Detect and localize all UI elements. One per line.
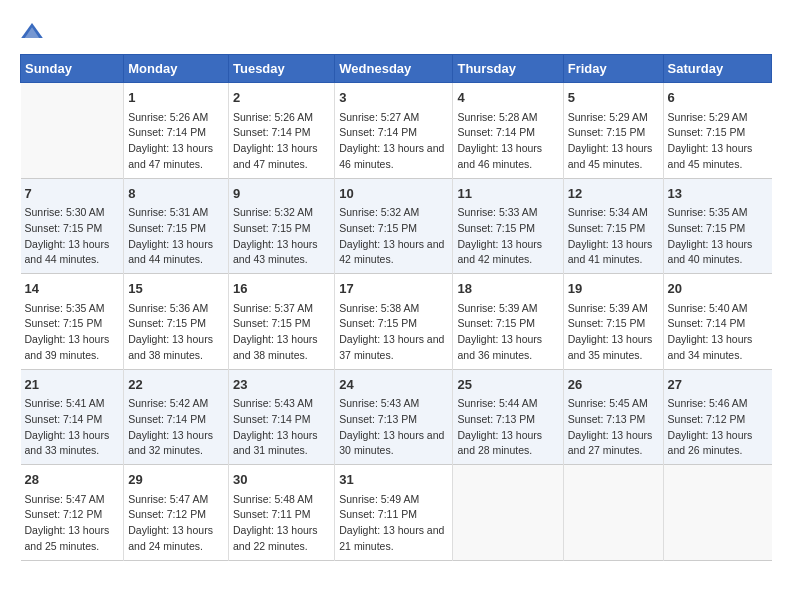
sunrise-label: Sunrise: 5:42 AM [128,397,208,409]
daylight-label: Daylight: 13 hours and 43 minutes. [233,238,318,266]
daylight-label: Daylight: 13 hours and 22 minutes. [233,524,318,552]
daylight-label: Daylight: 13 hours and 41 minutes. [568,238,653,266]
day-number: 12 [568,184,659,204]
sunrise-label: Sunrise: 5:41 AM [25,397,105,409]
logo [20,20,48,44]
daylight-label: Daylight: 13 hours and 46 minutes. [457,142,542,170]
sunset-label: Sunset: 7:13 PM [457,413,535,425]
daylight-label: Daylight: 13 hours and 40 minutes. [668,238,753,266]
sunset-label: Sunset: 7:12 PM [128,508,206,520]
header-wednesday: Wednesday [335,55,453,83]
daylight-label: Daylight: 13 hours and 31 minutes. [233,429,318,457]
sunrise-label: Sunrise: 5:43 AM [339,397,419,409]
day-cell [663,465,771,561]
daylight-label: Daylight: 13 hours and 36 minutes. [457,333,542,361]
day-cell: 6Sunrise: 5:29 AMSunset: 7:15 PMDaylight… [663,83,771,179]
sunrise-label: Sunrise: 5:37 AM [233,302,313,314]
day-cell: 20Sunrise: 5:40 AMSunset: 7:14 PMDayligh… [663,274,771,370]
daylight-label: Daylight: 13 hours and 45 minutes. [668,142,753,170]
day-cell: 23Sunrise: 5:43 AMSunset: 7:14 PMDayligh… [228,369,334,465]
day-cell: 25Sunrise: 5:44 AMSunset: 7:13 PMDayligh… [453,369,563,465]
day-cell [453,465,563,561]
header-monday: Monday [124,55,229,83]
sunset-label: Sunset: 7:15 PM [457,222,535,234]
daylight-label: Daylight: 13 hours and 42 minutes. [457,238,542,266]
sunrise-label: Sunrise: 5:35 AM [25,302,105,314]
sunrise-label: Sunrise: 5:35 AM [668,206,748,218]
day-number: 23 [233,375,330,395]
daylight-label: Daylight: 13 hours and 44 minutes. [25,238,110,266]
sunrise-label: Sunrise: 5:47 AM [25,493,105,505]
sunrise-label: Sunrise: 5:47 AM [128,493,208,505]
day-cell: 3Sunrise: 5:27 AMSunset: 7:14 PMDaylight… [335,83,453,179]
day-number: 6 [668,88,768,108]
sunset-label: Sunset: 7:15 PM [668,126,746,138]
sunset-label: Sunset: 7:12 PM [668,413,746,425]
day-cell: 21Sunrise: 5:41 AMSunset: 7:14 PMDayligh… [21,369,124,465]
sunrise-label: Sunrise: 5:44 AM [457,397,537,409]
sunset-label: Sunset: 7:15 PM [339,317,417,329]
day-cell: 16Sunrise: 5:37 AMSunset: 7:15 PMDayligh… [228,274,334,370]
day-number: 21 [25,375,120,395]
day-cell: 31Sunrise: 5:49 AMSunset: 7:11 PMDayligh… [335,465,453,561]
day-cell: 10Sunrise: 5:32 AMSunset: 7:15 PMDayligh… [335,178,453,274]
sunset-label: Sunset: 7:15 PM [568,222,646,234]
day-number: 8 [128,184,224,204]
week-row-1: 1Sunrise: 5:26 AMSunset: 7:14 PMDaylight… [21,83,772,179]
day-number: 2 [233,88,330,108]
sunset-label: Sunset: 7:15 PM [568,126,646,138]
daylight-label: Daylight: 13 hours and 33 minutes. [25,429,110,457]
daylight-label: Daylight: 13 hours and 26 minutes. [668,429,753,457]
day-number: 31 [339,470,448,490]
week-row-4: 21Sunrise: 5:41 AMSunset: 7:14 PMDayligh… [21,369,772,465]
sunset-label: Sunset: 7:15 PM [233,222,311,234]
sunrise-label: Sunrise: 5:29 AM [668,111,748,123]
day-cell: 4Sunrise: 5:28 AMSunset: 7:14 PMDaylight… [453,83,563,179]
daylight-label: Daylight: 13 hours and 24 minutes. [128,524,213,552]
sunrise-label: Sunrise: 5:34 AM [568,206,648,218]
sunset-label: Sunset: 7:14 PM [128,126,206,138]
calendar-header-row: SundayMondayTuesdayWednesdayThursdayFrid… [21,55,772,83]
day-cell: 13Sunrise: 5:35 AMSunset: 7:15 PMDayligh… [663,178,771,274]
day-number: 14 [25,279,120,299]
header-tuesday: Tuesday [228,55,334,83]
day-number: 15 [128,279,224,299]
sunrise-label: Sunrise: 5:32 AM [339,206,419,218]
sunset-label: Sunset: 7:15 PM [25,222,103,234]
day-cell [563,465,663,561]
sunrise-label: Sunrise: 5:49 AM [339,493,419,505]
sunset-label: Sunset: 7:15 PM [233,317,311,329]
day-cell [21,83,124,179]
day-number: 4 [457,88,558,108]
day-cell: 9Sunrise: 5:32 AMSunset: 7:15 PMDaylight… [228,178,334,274]
day-cell: 28Sunrise: 5:47 AMSunset: 7:12 PMDayligh… [21,465,124,561]
day-number: 30 [233,470,330,490]
daylight-label: Daylight: 13 hours and 27 minutes. [568,429,653,457]
day-cell: 18Sunrise: 5:39 AMSunset: 7:15 PMDayligh… [453,274,563,370]
day-cell: 7Sunrise: 5:30 AMSunset: 7:15 PMDaylight… [21,178,124,274]
logo-icon [20,20,44,44]
day-cell: 11Sunrise: 5:33 AMSunset: 7:15 PMDayligh… [453,178,563,274]
daylight-label: Daylight: 13 hours and 28 minutes. [457,429,542,457]
daylight-label: Daylight: 13 hours and 46 minutes. [339,142,444,170]
week-row-5: 28Sunrise: 5:47 AMSunset: 7:12 PMDayligh… [21,465,772,561]
sunrise-label: Sunrise: 5:39 AM [568,302,648,314]
sunrise-label: Sunrise: 5:27 AM [339,111,419,123]
daylight-label: Daylight: 13 hours and 42 minutes. [339,238,444,266]
header-friday: Friday [563,55,663,83]
day-number: 29 [128,470,224,490]
sunset-label: Sunset: 7:15 PM [568,317,646,329]
sunrise-label: Sunrise: 5:26 AM [233,111,313,123]
header-saturday: Saturday [663,55,771,83]
day-number: 18 [457,279,558,299]
day-number: 17 [339,279,448,299]
calendar-table: SundayMondayTuesdayWednesdayThursdayFrid… [20,54,772,561]
day-number: 10 [339,184,448,204]
day-number: 11 [457,184,558,204]
sunset-label: Sunset: 7:15 PM [457,317,535,329]
sunrise-label: Sunrise: 5:48 AM [233,493,313,505]
day-number: 26 [568,375,659,395]
sunrise-label: Sunrise: 5:46 AM [668,397,748,409]
sunrise-label: Sunrise: 5:32 AM [233,206,313,218]
sunset-label: Sunset: 7:13 PM [339,413,417,425]
